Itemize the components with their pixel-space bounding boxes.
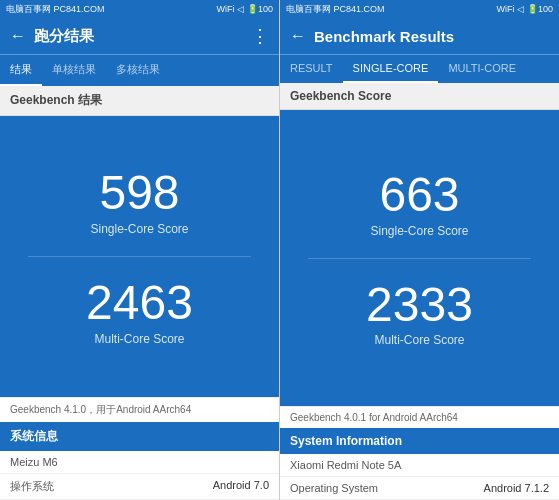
right-device-name: Xiaomi Redmi Note 5A — [290, 459, 401, 471]
right-tabs: RESULT SINGLE-CORE MULTI-CORE — [280, 54, 559, 83]
left-sys-info-header: 系统信息 — [0, 422, 279, 451]
left-wifi-icon: WiFi ◁ — [216, 4, 244, 14]
right-section-label: Geekbench Score — [280, 83, 559, 110]
left-single-score-block: 598 Single-Core Score — [90, 157, 188, 246]
right-sys-info-header: System Information — [280, 428, 559, 454]
left-os-value: Android 7.0 — [213, 479, 269, 494]
left-title: 跑分结果 — [34, 27, 243, 46]
left-single-score-number: 598 — [99, 167, 179, 220]
right-status-icons: WiFi ◁ 🔋100 — [496, 4, 553, 14]
right-title: Benchmark Results — [314, 28, 549, 45]
left-battery-icon: 🔋100 — [247, 4, 273, 14]
left-single-score-label: Single-Core Score — [90, 222, 188, 236]
right-tab-multi[interactable]: MULTI-CORE — [438, 55, 526, 83]
right-battery-icon: 🔋100 — [527, 4, 553, 14]
left-status-bar: 电脑百事网 PC841.COM WiFi ◁ 🔋100 — [0, 0, 279, 18]
right-os-value: Android 7.1.2 — [484, 482, 549, 494]
left-multi-score-label: Multi-Core Score — [94, 332, 184, 346]
left-sys-info-row-0: Meizu M6 — [0, 451, 279, 474]
left-sys-info-row-1: 操作系统 Android 7.0 — [0, 474, 279, 500]
right-score-divider — [308, 258, 531, 259]
right-version: Geekbench 4.0.1 for Android AArch64 — [280, 406, 559, 428]
right-os-key: Operating System — [290, 482, 378, 494]
right-multi-score-label: Multi-Core Score — [374, 333, 464, 347]
left-site-label: 电脑百事网 PC841.COM — [6, 3, 105, 16]
right-sys-info-row-1: Operating System Android 7.1.2 — [280, 477, 559, 500]
left-multi-score-block: 2463 Multi-Core Score — [86, 267, 193, 356]
left-panel: 电脑百事网 PC841.COM WiFi ◁ 🔋100 ← 跑分结果 ⋮ 结果 … — [0, 0, 280, 500]
left-os-key: 操作系统 — [10, 479, 54, 494]
left-device-name: Meizu M6 — [10, 456, 58, 468]
right-wifi-icon: WiFi ◁ — [496, 4, 524, 14]
left-section-label: Geekbench 结果 — [0, 86, 279, 116]
left-multi-score-number: 2463 — [86, 277, 193, 330]
right-multi-score-block: 2333 Multi-Core Score — [366, 269, 473, 358]
right-site-label: 电脑百事网 PC841.COM — [286, 3, 385, 16]
left-header: ← 跑分结果 ⋮ — [0, 18, 279, 54]
right-status-bar: 电脑百事网 PC841.COM WiFi ◁ 🔋100 — [280, 0, 559, 18]
right-sys-info-row-0: Xiaomi Redmi Note 5A — [280, 454, 559, 477]
left-version: Geekbench 4.1.0，用于Android AArch64 — [0, 397, 279, 422]
left-tab-multi[interactable]: 多核结果 — [106, 55, 170, 86]
right-single-score-block: 663 Single-Core Score — [370, 159, 468, 248]
left-tab-single[interactable]: 单核结果 — [42, 55, 106, 86]
left-scores-area: 598 Single-Core Score 2463 Multi-Core Sc… — [0, 116, 279, 397]
right-header: ← Benchmark Results — [280, 18, 559, 54]
right-multi-score-number: 2333 — [366, 279, 473, 332]
left-tabs: 结果 单核结果 多核结果 — [0, 54, 279, 86]
right-tab-result[interactable]: RESULT — [280, 55, 343, 83]
right-panel: 电脑百事网 PC841.COM WiFi ◁ 🔋100 ← Benchmark … — [280, 0, 559, 500]
right-single-score-number: 663 — [379, 169, 459, 222]
left-score-divider — [28, 256, 251, 257]
right-tab-single[interactable]: SINGLE-CORE — [343, 55, 439, 83]
right-scores-area: 663 Single-Core Score 2333 Multi-Core Sc… — [280, 110, 559, 406]
left-tab-result[interactable]: 结果 — [0, 55, 42, 86]
left-more-button[interactable]: ⋮ — [251, 25, 269, 47]
left-status-icons: WiFi ◁ 🔋100 — [216, 4, 273, 14]
left-back-button[interactable]: ← — [10, 27, 26, 45]
right-back-button[interactable]: ← — [290, 27, 306, 45]
right-single-score-label: Single-Core Score — [370, 224, 468, 238]
